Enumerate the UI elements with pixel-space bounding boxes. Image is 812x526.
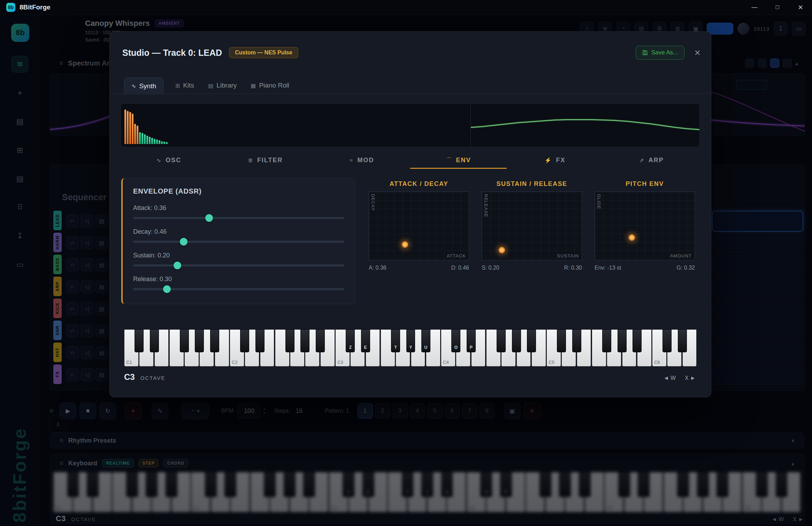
maximize-button[interactable]: □ — [766, 0, 789, 15]
piano-key-A#1[interactable] — [210, 329, 219, 352]
app-window: 8b ≋⌖▤⊞▤⠿↧▭ 8bitForge Canopy Whispers AM… — [0, 0, 812, 526]
envelope-title: ENVELOPE (ADSR) — [133, 187, 344, 195]
harmonic-bar — [124, 110, 126, 144]
harmonic-bar — [149, 137, 151, 144]
piano-key-C#5[interactable] — [557, 329, 566, 352]
piano-key-C#3[interactable]: Z — [346, 329, 355, 352]
subtab-label: FILTER — [257, 157, 283, 164]
piano-key-D#6[interactable] — [678, 329, 687, 352]
release-slider-knob[interactable] — [163, 285, 171, 293]
piano-key-D#2[interactable] — [255, 329, 265, 352]
piano-key-G#1[interactable] — [195, 329, 204, 352]
piano-key-A#2[interactable] — [316, 329, 325, 352]
pad-y-axis-label: DECAY — [370, 194, 376, 211]
filter-icon: ≣ — [248, 157, 253, 164]
subtab-osc[interactable]: ∿OSC — [121, 153, 217, 169]
subtab-filter[interactable]: ≣FILTER — [217, 153, 314, 169]
harmonic-bar — [146, 136, 148, 144]
decay-slider-block: Decay: 0.46 — [133, 228, 344, 243]
pad-y-axis-label: GLIDE — [596, 194, 602, 209]
subtab-env[interactable]: ⌒ENV — [410, 153, 507, 169]
preset-badge: Custom — NES Pulse — [229, 47, 298, 58]
octave-marker: C6 — [654, 360, 660, 365]
piano-key-D#5[interactable] — [572, 329, 581, 352]
piano-roll-icon: ▦ — [251, 82, 256, 89]
pitch-env-xy-pad[interactable]: GLIDE AMOUNT — [595, 191, 695, 261]
pad-value-right: D: 0.46 — [451, 265, 469, 271]
piano-key-A#3[interactable]: U — [421, 329, 430, 352]
harmonic-bar — [137, 126, 138, 144]
octave-marker: C2 — [232, 360, 238, 365]
piano-key-C#6[interactable] — [662, 329, 672, 352]
tab-kits[interactable]: ⊞ Kits — [173, 77, 196, 93]
piano-key-F#2[interactable] — [285, 329, 294, 352]
harmonic-bar — [166, 142, 168, 144]
piano-key-F#5[interactable] — [602, 329, 611, 352]
piano-key-A#5[interactable] — [633, 329, 642, 352]
piano-key-G#3[interactable]: Y — [406, 329, 415, 352]
harmonic-bar — [132, 114, 133, 144]
pad-value-left: A: 0.36 — [369, 265, 386, 271]
piano-key-D#3[interactable]: E — [361, 329, 370, 352]
xy-pad-handle[interactable] — [629, 234, 635, 241]
save-as-label: Save As... — [651, 49, 678, 56]
tab-piano-roll[interactable]: ▦ Piano Roll — [248, 77, 291, 93]
pad-value-left: S: 0.20 — [482, 265, 499, 271]
attack-decay-xy-pad[interactable]: DECAY ATTACK — [369, 191, 469, 261]
arp-icon: ⇗ — [639, 157, 644, 164]
piano-key-C#2[interactable] — [240, 329, 249, 352]
harmonic-bar — [161, 141, 163, 144]
harmonic-bar — [139, 132, 141, 144]
harmonic-bar — [154, 139, 155, 144]
piano-key-A#4[interactable] — [527, 329, 536, 352]
sustain-release-pad-group: SUSTAIN / RELEASE RELEASE SUSTAIN S: 0.2… — [482, 180, 582, 271]
key-shortcut-label: O — [452, 345, 460, 350]
save-as-button[interactable]: Save As... — [636, 46, 685, 60]
piano-key-G#2[interactable] — [300, 329, 309, 352]
tab-label: Piano Roll — [259, 82, 289, 89]
modal-close-button[interactable]: × — [694, 47, 700, 58]
octave-up-button[interactable]: X ► — [685, 375, 696, 381]
mod-icon: ≈ — [350, 157, 354, 164]
output-waveform — [471, 104, 699, 147]
xy-pad-handle[interactable] — [499, 247, 505, 253]
env-icon: ⌒ — [446, 157, 452, 164]
piano-key-D#1[interactable] — [150, 329, 159, 352]
attack-slider-knob[interactable] — [205, 214, 213, 222]
decay-slider-knob[interactable] — [180, 238, 187, 246]
tab-library[interactable]: ▤ Library — [206, 77, 239, 93]
window-close-button[interactable]: × — [789, 0, 812, 15]
piano-key-D#4[interactable]: P — [467, 329, 476, 352]
decay-slider[interactable] — [133, 241, 344, 243]
piano-key-F#1[interactable] — [180, 329, 189, 352]
subtab-fx[interactable]: ⚡FX — [507, 153, 603, 169]
harmonic-bar — [163, 142, 165, 144]
sustain-release-xy-pad[interactable]: RELEASE SUSTAIN — [482, 191, 582, 261]
attack-slider[interactable] — [133, 217, 344, 219]
piano-key-G#5[interactable] — [618, 329, 627, 352]
minimize-button[interactable]: — — [743, 0, 766, 15]
harmonic-bar — [134, 124, 136, 144]
subtab-label: MOD — [357, 157, 374, 164]
sustain-slider-knob[interactable] — [174, 262, 181, 269]
subtab-arp[interactable]: ⇗ARP — [603, 153, 700, 169]
synth-visualizer — [121, 103, 700, 147]
subtab-mod[interactable]: ≈MOD — [314, 153, 410, 169]
piano-key-F#3[interactable]: T — [391, 329, 400, 352]
octave-marker: C1 — [126, 360, 132, 365]
pad-title: SUSTAIN / RELEASE — [482, 180, 582, 187]
sustain-slider[interactable] — [133, 264, 344, 266]
pad-value-left: Env: -13 st — [595, 265, 621, 271]
piano-key-G#4[interactable] — [512, 329, 521, 352]
xy-pad-handle[interactable] — [402, 241, 408, 248]
octave-down-button[interactable]: ◄ W — [664, 375, 676, 381]
harmonic-bar — [129, 112, 131, 144]
piano-key-F#4[interactable] — [497, 329, 506, 352]
harmonic-bar — [144, 134, 146, 144]
piano-key-C#4[interactable]: O — [451, 329, 460, 352]
tab-synth[interactable]: ∿ Synth — [124, 77, 163, 95]
release-slider[interactable] — [133, 288, 344, 290]
envelope-panel: ENVELOPE (ADSR) Attack: 0.36 Decay: 0.46… — [121, 178, 355, 304]
library-icon: ▤ — [208, 82, 213, 89]
piano-key-C#1[interactable] — [135, 329, 144, 352]
